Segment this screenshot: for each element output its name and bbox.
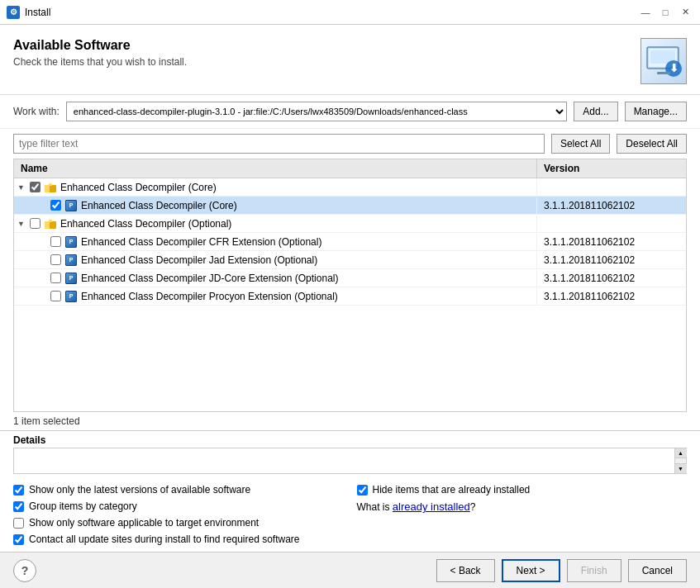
svg-text:⬇: ⬇ — [669, 62, 679, 74]
window-controls: — □ ✕ — [637, 5, 693, 20]
page-subtitle: Check the items that you wish to install… — [13, 56, 187, 68]
row-checkbox[interactable] — [50, 254, 61, 265]
details-section: Details ▲ ▼ — [0, 430, 700, 477]
table-header: Name Version — [14, 159, 686, 178]
add-button[interactable]: Add... — [574, 102, 617, 121]
row-checkbox[interactable] — [30, 218, 40, 229]
scroll-down-button[interactable]: ▼ — [675, 463, 687, 473]
row-version — [537, 186, 686, 189]
row-name: P Enhanced Class Decompiler (Core) — [14, 197, 537, 214]
row-label: Enhanced Class Decompiler Procyon Extens… — [81, 291, 338, 302]
row-checkbox[interactable] — [50, 236, 61, 247]
table-row[interactable]: ▼ Enhanced Class Decompiler (Optional) — [14, 215, 686, 233]
filter-input[interactable] — [13, 134, 545, 154]
titlebar-title: Install — [25, 7, 637, 18]
plugin-icon: P — [64, 290, 78, 303]
options-left: Show only the latest versions of availab… — [13, 484, 344, 545]
option-contact-checkbox[interactable] — [13, 534, 24, 545]
table-row[interactable]: P Enhanced Class Decompiler Jad Extensio… — [14, 251, 686, 269]
plugin-icon: P — [64, 235, 78, 249]
plugin-icon: P — [64, 254, 78, 267]
option-applicable-label: Show only software applicable to target … — [29, 517, 259, 529]
row-name: P Enhanced Class Decompiler JD-Core Exte… — [14, 270, 537, 287]
row-version: 3.1.1.201811062102 — [537, 253, 686, 268]
main-content: Available Software Check the items that … — [0, 25, 700, 552]
row-checkbox[interactable] — [50, 291, 61, 301]
maximize-button[interactable]: □ — [657, 5, 674, 20]
row-label: Enhanced Class Decompiler (Core) — [81, 200, 237, 211]
row-checkbox[interactable] — [50, 200, 61, 211]
option-contact: Contact all update sites during install … — [13, 533, 344, 545]
option-what-installed: What is already installed? — [357, 500, 688, 513]
row-name: ▼ Enhanced Class Decompiler (Optional) — [14, 216, 537, 232]
svg-rect-5 — [657, 72, 670, 74]
header-section: Available Software Check the items that … — [0, 25, 700, 95]
option-latest-checkbox[interactable] — [13, 485, 24, 496]
back-button[interactable]: < Back — [436, 559, 495, 582]
row-label: Enhanced Class Decompiler (Optional) — [60, 218, 231, 230]
option-what-label: What is already installed? — [357, 500, 476, 513]
filter-row: Select All Deselect All — [0, 129, 700, 159]
finish-button[interactable]: Finish — [567, 559, 621, 582]
row-version: 3.1.1.201811062102 — [537, 235, 686, 249]
option-latest: Show only the latest versions of availab… — [13, 484, 344, 496]
help-button[interactable]: ? — [13, 559, 36, 582]
select-all-button[interactable]: Select All — [551, 134, 610, 154]
table-row[interactable]: P Enhanced Class Decompiler (Core) 3.1.1… — [14, 197, 686, 215]
column-version: Version — [537, 159, 686, 178]
row-checkbox[interactable] — [30, 182, 40, 192]
already-installed-link[interactable]: already installed — [393, 500, 470, 513]
svg-rect-10 — [45, 221, 50, 229]
svg-rect-7 — [45, 185, 50, 192]
close-button[interactable]: ✕ — [677, 5, 693, 20]
software-table: Name Version ▼ Enhanced Class Decompiler… — [13, 159, 687, 412]
row-version: 3.1.1.201811062102 — [537, 271, 686, 286]
options-right: Hide items that are already installed Wh… — [357, 484, 688, 545]
deselect-all-button[interactable]: Deselect All — [617, 134, 687, 154]
column-name: Name — [14, 159, 537, 178]
cancel-button[interactable]: Cancel — [628, 559, 687, 582]
plugin-icon: P — [64, 199, 78, 212]
page-title: Available Software — [13, 38, 187, 53]
row-label: Enhanced Class Decompiler JD-Core Extens… — [81, 273, 338, 284]
app-icon: ⚙ — [7, 6, 20, 19]
row-name: P Enhanced Class Decompiler Jad Extensio… — [14, 252, 537, 268]
option-group-checkbox[interactable] — [13, 501, 24, 512]
table-row[interactable]: ▼ Enhanced Class Decompiler (Core) — [14, 178, 686, 197]
svg-rect-11 — [49, 220, 52, 222]
row-version: 3.1.1.201811062102 — [537, 198, 686, 213]
table-row[interactable]: P Enhanced Class Decompiler JD-Core Exte… — [14, 269, 686, 287]
row-name: ▼ Enhanced Class Decompiler (Core) — [14, 179, 537, 196]
option-group: Group items by category — [13, 500, 344, 512]
row-version: 3.1.1.201811062102 — [537, 289, 686, 304]
footer: ? < Back Next > Finish Cancel — [0, 552, 700, 588]
row-label: Enhanced Class Decompiler CFR Extension … — [81, 236, 321, 248]
plugin-icon: P — [64, 272, 78, 285]
options-section: Show only the latest versions of availab… — [0, 477, 700, 552]
table-row[interactable]: P Enhanced Class Decompiler CFR Extensio… — [14, 233, 686, 251]
details-label: Details — [13, 431, 687, 448]
scroll-up-button[interactable]: ▲ — [675, 448, 687, 458]
footer-buttons: < Back Next > Finish Cancel — [436, 559, 687, 582]
row-version — [537, 222, 686, 225]
folder-icon — [44, 181, 57, 194]
minimize-button[interactable]: — — [637, 5, 654, 20]
expand-icon[interactable]: ▼ — [17, 183, 25, 192]
header-icon: ⬇ — [640, 38, 687, 84]
option-hide-checkbox[interactable] — [357, 485, 368, 496]
option-applicable-checkbox[interactable] — [13, 518, 24, 529]
svg-rect-8 — [49, 183, 52, 186]
row-label: Enhanced Class Decompiler (Core) — [60, 182, 217, 193]
expand-icon[interactable]: ▼ — [17, 220, 25, 228]
next-button[interactable]: Next > — [502, 559, 560, 582]
option-applicable: Show only software applicable to target … — [13, 517, 344, 529]
titlebar: ⚙ Install — □ ✕ — [0, 0, 700, 25]
row-name: P Enhanced Class Decompiler CFR Extensio… — [14, 234, 537, 250]
work-with-row: Work with: enhanced-class-decompiler-plu… — [0, 95, 700, 129]
work-with-select[interactable]: enhanced-class-decompiler-plugin-3.1.0 -… — [66, 102, 567, 121]
row-checkbox[interactable] — [50, 273, 61, 283]
table-row[interactable]: P Enhanced Class Decompiler Procyon Exte… — [14, 287, 686, 306]
details-content: ▲ ▼ — [13, 448, 687, 474]
header-text: Available Software Check the items that … — [13, 38, 187, 68]
manage-button[interactable]: Manage... — [625, 102, 687, 121]
